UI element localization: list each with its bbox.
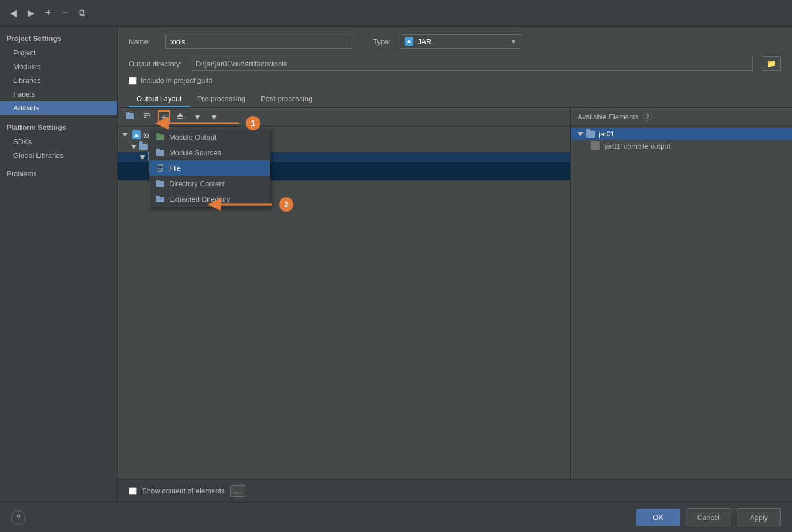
- svg-rect-20: [156, 181, 164, 187]
- jar01-folder-icon: [586, 131, 595, 138]
- menu-extracted-directory-label: Extracted Directory: [169, 195, 230, 203]
- menu-module-sources[interactable]: Module Sources: [149, 145, 270, 160]
- dropdown-menu: Module Output Module Sources: [149, 129, 270, 207]
- svg-rect-6: [144, 117, 146, 118]
- project-settings-title: Project Settings: [0, 31, 117, 46]
- tab-preprocessing[interactable]: Pre-processing: [190, 91, 253, 107]
- available-item-jar01[interactable]: jar01: [571, 128, 792, 140]
- apply-button[interactable]: Apply: [737, 508, 781, 526]
- sidebar-item-sdks[interactable]: SDKs: [0, 135, 117, 149]
- show-content-checkbox[interactable]: [129, 487, 137, 495]
- help-button[interactable]: ?: [11, 510, 25, 525]
- file-menu-icon: [156, 164, 165, 172]
- footer: ? OK Cancel Apply: [0, 502, 792, 532]
- available-panel: Available Elements ? jar01 'jar01' compi…: [571, 108, 792, 479]
- svg-rect-23: [156, 196, 160, 197]
- sort-btn[interactable]: [140, 110, 155, 124]
- type-select[interactable]: JAR ▼: [400, 34, 521, 49]
- sidebar-item-artifacts[interactable]: Artifacts: [0, 101, 117, 115]
- module-sources-icon: [156, 148, 165, 157]
- remove-config-button[interactable]: −: [59, 5, 72, 21]
- menu-module-output[interactable]: Module Output: [149, 129, 270, 145]
- bottom-row: Show content of elements ...: [118, 479, 792, 502]
- sidebar-item-facets[interactable]: Facets: [0, 87, 117, 101]
- module-output-icon: [156, 133, 165, 141]
- footer-left: ?: [11, 510, 631, 525]
- triangle-down-icon-jar01: [578, 132, 583, 136]
- available-item-compile[interactable]: 'jar01' compile output: [571, 140, 792, 152]
- svg-rect-18: [158, 167, 162, 168]
- co-folder-icon: [139, 144, 148, 150]
- artifact-toolbar: + ▼ ▼: [118, 108, 570, 127]
- available-header: Available Elements ?: [571, 108, 792, 126]
- directory-content-icon: [156, 179, 165, 188]
- include-checkbox[interactable]: [129, 77, 137, 85]
- jar-badge-icon: [405, 37, 413, 46]
- tools-jar-icon: [132, 130, 141, 139]
- artifact-panel: + ▼ ▼: [118, 108, 571, 479]
- svg-marker-11: [134, 133, 139, 137]
- show-content-label: Show content of elements: [142, 487, 225, 495]
- sidebar-item-project[interactable]: Project: [0, 46, 117, 60]
- collapse-btn[interactable]: ▼: [207, 111, 221, 123]
- add-config-button[interactable]: +: [42, 5, 55, 21]
- type-value: JAR: [418, 38, 506, 46]
- ok-button[interactable]: OK: [636, 509, 680, 526]
- triangle-down-icon-sub: [140, 155, 145, 160]
- browse-button[interactable]: 📁: [762, 56, 781, 71]
- tab-output-layout[interactable]: Output Layout: [129, 91, 190, 107]
- jar01-label: jar01: [599, 130, 615, 138]
- output-dir-input[interactable]: [191, 57, 753, 71]
- tab-postprocessing[interactable]: Post-processing: [253, 91, 320, 107]
- menu-directory-content-label: Directory Content: [169, 180, 225, 188]
- main-layout: Project Settings Project Modules Librari…: [0, 27, 792, 502]
- available-elements-title: Available Elements: [578, 113, 638, 121]
- move-down-btn[interactable]: ▼: [190, 111, 204, 123]
- output-dir-label: Output directory:: [129, 60, 182, 68]
- back-button[interactable]: ◀: [7, 6, 20, 20]
- svg-rect-3: [126, 112, 129, 114]
- menu-extracted-directory[interactable]: Extracted Directory: [149, 191, 270, 207]
- available-tree: jar01 'jar01' compile output: [571, 126, 792, 479]
- forward-button[interactable]: ▶: [24, 6, 38, 20]
- svg-rect-15: [156, 149, 160, 151]
- add-element-btn[interactable]: +: [158, 110, 170, 124]
- svg-marker-7: [149, 114, 151, 116]
- sidebar-item-libraries[interactable]: Libraries: [0, 73, 117, 87]
- svg-rect-21: [156, 180, 160, 182]
- output-layout: + ▼ ▼: [118, 108, 792, 479]
- sidebar-item-modules[interactable]: Modules: [0, 60, 117, 73]
- tabs-row: Output Layout Pre-processing Post-proces…: [118, 91, 792, 108]
- divider: [0, 117, 117, 118]
- help-icon[interactable]: ?: [643, 112, 652, 121]
- move-up-btn[interactable]: [172, 110, 188, 124]
- svg-rect-9: [177, 115, 183, 117]
- type-label: Type:: [373, 38, 391, 46]
- sidebar: Project Settings Project Modules Librari…: [0, 27, 118, 502]
- menu-file[interactable]: File: [149, 160, 270, 176]
- sidebar-item-problems[interactable]: Problems: [0, 167, 117, 181]
- sidebar-item-global-libraries[interactable]: Global Libraries: [0, 149, 117, 162]
- name-input[interactable]: [165, 35, 353, 49]
- ellipsis-button[interactable]: ...: [230, 485, 246, 497]
- triangle-down-icon: [122, 133, 128, 137]
- copy-config-button[interactable]: ⧉: [76, 6, 88, 20]
- top-toolbar: ◀ ▶ + − ⧉: [0, 0, 792, 27]
- compile-output-icon: [591, 141, 600, 150]
- name-label: Name:: [129, 38, 156, 46]
- svg-rect-13: [156, 133, 160, 135]
- menu-module-sources-label: Module Sources: [169, 149, 221, 157]
- type-dropdown-arrow: ▼: [511, 39, 516, 45]
- cancel-button[interactable]: Cancel: [686, 508, 731, 526]
- svg-rect-19: [158, 169, 161, 170]
- menu-directory-content[interactable]: Directory Content: [149, 176, 270, 191]
- extracted-directory-icon: [156, 194, 165, 203]
- include-row: Include in project build: [118, 76, 792, 91]
- svg-rect-17: [158, 166, 162, 167]
- svg-rect-5: [144, 115, 148, 116]
- include-label: Include in project build: [141, 76, 212, 85]
- content-area: Name: Type: JAR ▼ Output directory: 📁: [118, 27, 792, 502]
- triangle-down-icon-co: [131, 145, 137, 149]
- create-artifact-btn[interactable]: [122, 110, 138, 124]
- menu-file-label: File: [169, 164, 181, 172]
